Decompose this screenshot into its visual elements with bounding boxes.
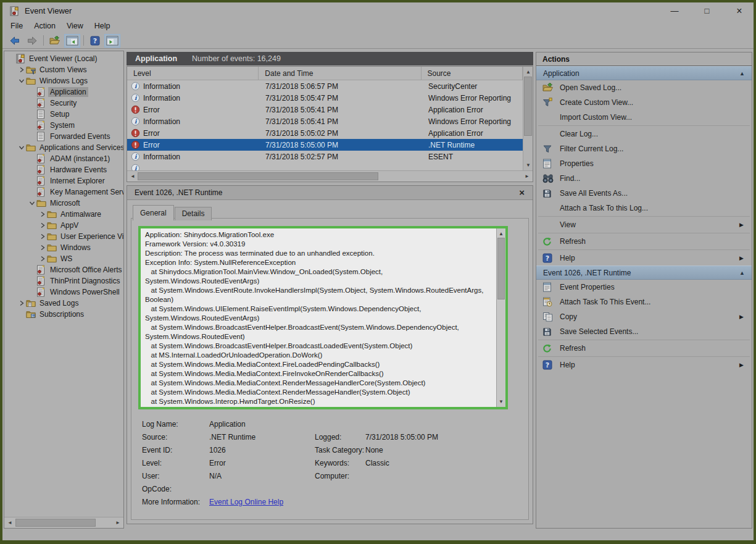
scrollbar-thumb[interactable] [524,77,532,136]
scroll-left-icon[interactable]: ◄ [128,171,138,182]
expander-collapsed[interactable] [38,211,47,217]
event-row[interactable]: i [127,162,523,170]
action-help[interactable]: ?Help▶ [536,358,752,372]
expander-collapsed[interactable] [38,245,47,251]
tree-item-user-experience-virtua[interactable]: User Experience Virtua [4,231,123,242]
scroll-right-icon[interactable]: ► [522,171,532,182]
tree-item-custom-views[interactable]: Custom Views [4,64,123,75]
help-button[interactable]: ? [87,34,103,48]
event-description-text[interactable]: Application: Shinydocs.MigrationTool.exe… [141,228,496,407]
tree-item-subscriptions[interactable]: Subscriptions [4,309,123,320]
tree-item-windows-logs[interactable]: Windows Logs [4,75,123,86]
action-view[interactable]: View▶ [536,217,752,232]
forward-arrow-button[interactable] [24,34,40,48]
menu-item-help[interactable]: Help [89,20,116,31]
tree-item-internet-explorer[interactable]: Internet Explorer [4,175,123,186]
expander-collapsed[interactable] [38,222,47,228]
action-clear-log[interactable]: Clear Log... [536,127,752,141]
column-header-level[interactable]: Level [127,67,259,80]
maximize-button[interactable]: □ [698,6,717,15]
expander-collapsed[interactable] [17,300,26,306]
menu-item-view[interactable]: View [61,20,89,31]
action-event-properties[interactable]: Event Properties [536,280,752,295]
action-refresh[interactable]: Refresh [536,234,752,249]
close-icon[interactable]: × [519,187,525,198]
scrollbar-thumb[interactable] [138,172,378,180]
action-open-saved-log[interactable]: Open Saved Log... [536,80,752,95]
tree-item-microsoft[interactable]: Microsoft [4,198,123,209]
action-attach-a-task-to-this-log[interactable]: Attach a Task To this Log... [536,201,752,216]
scrollbar-thumb[interactable] [497,238,505,299]
event-row[interactable]: iInformation7/31/2018 5:05:41 PMWindows … [127,115,523,127]
tab-general[interactable]: General [133,205,174,220]
column-header-source[interactable]: Source [422,67,523,80]
event-list-horizontal-scrollbar[interactable]: ◄ ► [127,170,533,182]
expander-expanded[interactable] [17,144,26,151]
description-vertical-scrollbar[interactable]: ▲ ▼ [496,228,505,407]
column-header-date-and-time[interactable]: Date and Time [259,67,421,80]
tree-item-security[interactable]: Security [4,98,123,109]
tree-item-windows[interactable]: Windows [4,242,123,253]
collapse-icon[interactable]: ▲ [739,270,745,276]
action-save-all-events-as[interactable]: Save All Events As... [536,186,752,201]
tree-item-appv[interactable]: AppV [4,220,123,231]
tree-item-adam-instance1[interactable]: ADAM (instance1) [4,153,123,164]
expander-collapsed[interactable] [17,67,26,73]
event-row[interactable]: iInformation7/31/2018 5:02:57 PMESENT [127,151,523,162]
event-list-vertical-scrollbar[interactable]: ▲ ▼ [523,67,533,170]
action-properties[interactable]: Properties [536,156,752,171]
expander-expanded[interactable] [17,78,26,84]
tree-item-setup[interactable]: Setup [4,109,123,120]
action-refresh[interactable]: Refresh [536,341,752,356]
back-arrow-button[interactable] [7,34,23,48]
tree-item-hardware-events[interactable]: Hardware Events [4,164,123,175]
tree-item-microsoft-office-alerts[interactable]: Microsoft Office Alerts [4,264,123,275]
tree-item-thinprint-diagnostics[interactable]: ThinPrint Diagnostics [4,275,123,287]
action-help[interactable]: ?Help▶ [536,251,752,266]
scroll-up-icon[interactable]: ▲ [523,67,533,77]
scroll-down-icon[interactable]: ▼ [523,160,533,170]
action-attach-task-to-this-event[interactable]: Attach Task To This Event... [536,295,752,309]
collapse-icon[interactable]: ▲ [739,70,745,77]
expander-collapsed[interactable] [38,233,47,240]
tree-item-key-management-service[interactable]: Key Management Service [4,186,123,198]
action-copy[interactable]: Copy▶ [536,309,752,324]
menu-item-file[interactable]: File [5,20,28,31]
tree-item-ws[interactable]: WS [4,253,123,264]
action-create-custom-view[interactable]: Create Custom View... [536,95,752,110]
show-console-tree-button[interactable] [64,34,80,48]
event-log-online-help-link[interactable]: Event Log Online Help [209,498,315,506]
tree-item-antimalware[interactable]: Antimalware [4,209,123,220]
action-import-custom-view[interactable]: Import Custom View... [536,110,752,125]
action-save-selected-events[interactable]: Save Selected Events... [536,324,752,339]
event-row[interactable]: iInformation7/31/2018 5:06:57 PMSecurity… [127,80,523,92]
expander-expanded[interactable] [28,200,36,206]
event-row[interactable]: Error7/31/2018 5:05:41 PMApplication Err… [127,104,523,115]
close-button[interactable]: × [730,6,749,17]
event-row[interactable]: iInformation7/31/2018 5:05:47 PMWindows … [127,92,523,104]
tree-horizontal-scrollbar[interactable]: ◄ ► [4,517,123,528]
tree-item-forwarded-events[interactable]: Forwarded Events [4,131,123,142]
tab-details[interactable]: Details [175,207,212,220]
action-find[interactable]: Find... [536,171,752,186]
event-row[interactable]: Error7/31/2018 5:05:00 PM.NET Runtime [127,139,523,151]
tree-item-saved-logs[interactable]: Saved Logs [4,298,123,309]
tree-item-windows-powershell[interactable]: Windows PowerShell [4,287,123,298]
scroll-left-icon[interactable]: ◄ [5,517,15,528]
menu-item-action[interactable]: Action [28,20,61,31]
show-action-pane-button[interactable] [104,34,120,48]
action-filter-current-log[interactable]: Filter Current Log... [536,141,752,156]
open-saved-log-button[interactable] [47,34,63,48]
tree-item-event-viewer-local[interactable]: Event Viewer (Local) [4,53,123,64]
expander-collapsed[interactable] [38,256,47,262]
scrollbar-thumb[interactable] [15,519,96,527]
scroll-right-icon[interactable]: ► [113,517,123,528]
event-row[interactable]: Error7/31/2018 5:05:02 PMApplication Err… [127,127,523,139]
tree-item-system[interactable]: System [4,120,123,131]
minimize-button[interactable]: — [665,6,684,15]
actions-section-event-1026-net-runtime[interactable]: Event 1026, .NET Runtime▲ [536,266,752,280]
tree-item-application[interactable]: Application [4,86,123,98]
tree-item-applications-and-services-lo[interactable]: Applications and Services Lo [4,142,123,153]
actions-section-application[interactable]: Application▲ [536,66,752,80]
scroll-down-icon[interactable]: ▼ [496,396,506,407]
